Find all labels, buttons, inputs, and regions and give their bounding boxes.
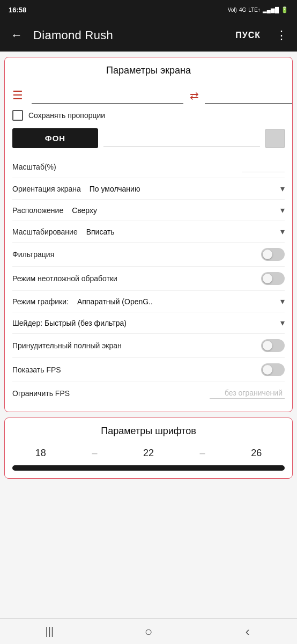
position-dropdown-icon: ▾ <box>280 205 285 215</box>
fullscreen-row: Принудительный полный экран <box>12 334 285 358</box>
app-bar: ← Diamond Rush ПУСК ⋮ <box>0 19 297 52</box>
font-slider-track[interactable] <box>12 465 285 471</box>
width-icon: ☰ <box>12 89 32 103</box>
limit-fps-label: Ограничить FPS <box>12 389 205 398</box>
filter-row: Фильтрация <box>12 243 285 267</box>
keep-proportions-checkbox[interactable] <box>12 110 23 121</box>
filter-toggle[interactable] <box>261 248 285 261</box>
show-fps-toggle[interactable] <box>261 363 285 376</box>
nav-menu-button[interactable]: ||| <box>0 621 99 642</box>
position-value: Сверху <box>68 206 276 215</box>
font-val-2: 22 <box>143 448 154 459</box>
screen-settings-card: Параметры экрана ☰ 240 ⇄ 320 ☰+ Сохранят… <box>4 57 293 412</box>
bg-color-row: ФОН D0D0D0 <box>12 128 285 148</box>
show-fps-label: Показать FPS <box>12 365 257 374</box>
wifi-bars-icon: ▂▄▆█ <box>263 7 279 13</box>
status-icons: Vol) 4G LTE↑ ▂▄▆█ 🔋 <box>228 6 288 13</box>
bottom-nav: ||| ○ ‹ <box>0 618 297 644</box>
fullscreen-toggle[interactable] <box>261 339 285 352</box>
scaling-dropdown-icon: ▾ <box>280 226 285 237</box>
keep-proportions-label: Сохранять пропорции <box>28 111 105 120</box>
nav-home-button[interactable]: ○ <box>99 620 198 643</box>
orientation-value: По умолчанию <box>85 185 276 193</box>
font-val-3: 26 <box>251 448 262 459</box>
position-row[interactable]: Расположение Сверху ▾ <box>12 200 285 221</box>
swap-icon[interactable]: ⇄ <box>183 89 205 102</box>
urgent-toggle[interactable] <box>261 272 285 285</box>
limit-fps-row: Ограничить FPS <box>12 382 285 404</box>
graphics-dropdown-icon: ▾ <box>280 296 285 306</box>
shader-row[interactable]: Шейдер: Быстрый (без фильтра) ▾ <box>12 312 285 334</box>
shader-label: Шейдер: <box>12 319 42 327</box>
bg-color-swatch[interactable] <box>265 129 285 148</box>
bg-button[interactable]: ФОН <box>12 128 98 148</box>
font-sep-1: – <box>92 448 97 459</box>
width-input[interactable]: 240 <box>32 87 183 104</box>
filter-label: Фильтрация <box>12 250 257 259</box>
scale-input[interactable]: 100 <box>242 161 285 172</box>
font-settings-title: Параметры шрифтов <box>5 418 292 442</box>
status-time: 16:58 <box>9 6 26 14</box>
position-label: Расположение <box>12 206 63 215</box>
font-val-1: 18 <box>35 448 46 459</box>
font-settings-card: Параметры шрифтов 18 – 22 – 26 <box>4 418 293 479</box>
font-sep-2: – <box>200 448 205 459</box>
filter-toggle-thumb <box>263 250 272 259</box>
scale-row: Масштаб(%) 100 <box>12 156 285 178</box>
fullscreen-toggle-thumb <box>263 341 272 350</box>
screen-settings-body: ☰ 240 ⇄ 320 ☰+ Сохранять пропорции ФОН D… <box>5 82 292 412</box>
back-button[interactable]: ← <box>6 24 27 47</box>
start-button[interactable]: ПУСК <box>230 27 266 43</box>
battery-icon: 🔋 <box>281 6 288 13</box>
app-title: Diamond Rush <box>33 28 224 42</box>
scaling-label: Масштабирование <box>12 228 78 236</box>
screen-settings-title: Параметры экрана <box>5 57 292 82</box>
graphics-value: Аппаратный (OpenG.. <box>73 297 276 306</box>
font-size-row: 18 – 22 – 26 <box>5 442 292 464</box>
scale-label: Масштаб(%) <box>12 163 237 171</box>
urgent-toggle-thumb <box>263 274 272 283</box>
graphics-row[interactable]: Режим графики: Аппаратный (OpenG.. ▾ <box>12 291 285 312</box>
urgent-label: Режим неотложной обработки <box>12 274 257 283</box>
main-content: Параметры экрана ☰ 240 ⇄ 320 ☰+ Сохранят… <box>0 52 297 618</box>
data-icon: LTE↑ <box>248 7 261 13</box>
nav-back-button[interactable]: ‹ <box>198 620 297 643</box>
resolution-row: ☰ 240 ⇄ 320 ☰+ <box>12 87 285 104</box>
height-input[interactable]: 320 <box>205 87 293 104</box>
font-slider-container <box>5 464 292 478</box>
shader-value: Быстрый (без фильтра) <box>44 319 280 327</box>
limit-fps-input[interactable] <box>210 387 285 399</box>
scaling-row[interactable]: Масштабирование Вписать ▾ <box>12 221 285 243</box>
show-fps-row: Показать FPS <box>12 358 285 382</box>
more-button[interactable]: ⋮ <box>272 25 291 46</box>
bg-color-input[interactable]: D0D0D0 <box>103 130 260 147</box>
status-bar: 16:58 Vol) 4G LTE↑ ▂▄▆█ 🔋 <box>0 0 297 19</box>
orientation-dropdown-icon: ▾ <box>280 184 285 194</box>
fullscreen-label: Принудительный полный экран <box>12 341 257 350</box>
graphics-label: Режим графики: <box>12 297 69 306</box>
urgent-row: Режим неотложной обработки <box>12 267 285 291</box>
orientation-label: Ориентация экрана <box>12 185 81 193</box>
orientation-row[interactable]: Ориентация экрана По умолчанию ▾ <box>12 178 285 200</box>
network-icon: 4G <box>239 7 246 13</box>
show-fps-toggle-thumb <box>263 365 272 375</box>
scaling-value: Вписать <box>82 228 276 236</box>
keep-proportions-row: Сохранять пропорции <box>12 110 285 121</box>
shader-dropdown-icon: ▾ <box>280 318 285 328</box>
signal-icon: Vol) <box>228 7 237 13</box>
